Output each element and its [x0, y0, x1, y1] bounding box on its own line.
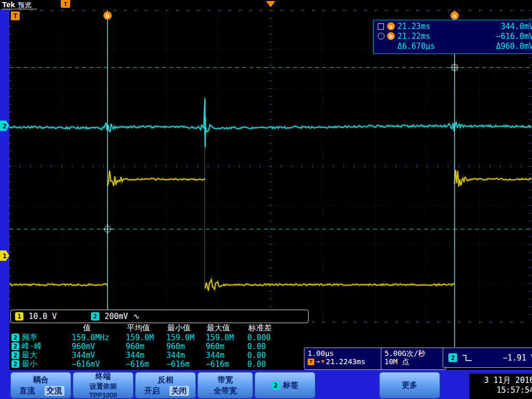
ac-coupling-icon: ∿ — [133, 312, 140, 321]
trigger-position-tab: T — [61, 0, 70, 8]
horizontal-readout-box: 1.00µs T → ▼ 21.2243ms — [304, 348, 385, 370]
meas-header-stddev: 标准差 — [247, 323, 299, 333]
ch2-chip[interactable]: 2 — [91, 312, 99, 321]
meas-ch-chip: 2 — [11, 334, 19, 341]
meas-ch-chip: 2 — [11, 360, 19, 368]
trigger-flag-icon: T — [11, 11, 20, 20]
cursor-readout-box: a 21.23ms 344.0mV b 21.22ms −616.0mV Δ6.… — [373, 20, 532, 54]
menu-button-coupling[interactable]: 耦合 直流 交流 — [10, 372, 71, 398]
menu-button-more[interactable]: 更多 — [379, 372, 440, 398]
ch1-scale: 10.0 V — [29, 312, 57, 321]
invert-title: 反相 — [158, 375, 174, 385]
cursor-b-chip: b — [387, 32, 395, 40]
cursor-b-row: b 21.22ms −616.0mV — [378, 31, 532, 41]
date-label: 3 11月 2016 — [473, 376, 532, 385]
label-title: 标签 — [283, 380, 299, 390]
measurement-row-frequency: 2频率 159.0MHz 159.0M 159.0M 159.0M 0.000 — [10, 332, 299, 341]
bandwidth-value: 全带宽 — [214, 386, 237, 396]
termination-line3: TPP1000 — [89, 391, 117, 399]
label-ch-chip: 2 — [272, 381, 280, 390]
menu-button-invert[interactable]: 反相 开启 关闭 — [135, 372, 196, 398]
cursor-a-badge[interactable]: a — [450, 11, 459, 20]
trigger-source-chip: 2 — [448, 353, 457, 362]
trigger-position-value: 21.2243ms — [326, 357, 365, 366]
trigger-position-icon[interactable] — [266, 1, 275, 7]
channel-scale-readout: 1 10.0 V 2 200mV ∿ — [10, 310, 309, 323]
meas-name: 最小 — [22, 359, 37, 369]
menu-button-label[interactable]: 2 标签 — [255, 372, 315, 398]
cursor-delta-row: Δ6.670µs Δ960.0mV — [378, 41, 532, 51]
meas-header-mean: 平均值 — [126, 323, 166, 333]
cursor-b-value: −616.0mV — [454, 32, 532, 41]
cursor-delta-time: Δ6.670µs — [397, 42, 454, 51]
ch2-waveform — [9, 99, 531, 147]
invert-option-off[interactable]: 关闭 — [169, 386, 189, 396]
cursor-a-row: a 21.23ms 344.0mV — [378, 21, 532, 31]
tek-logo: Tek — [2, 0, 15, 9]
ch1-chip[interactable]: 1 — [15, 312, 23, 321]
brand-mode: Tek 预览 — [2, 0, 37, 9]
measurement-header-row: 值 平均值 最小值 最大值 标准差 — [10, 323, 299, 332]
datetime-box: 3 11月 2016 15:57:54 — [469, 374, 532, 399]
cursor-b-circle-icon — [378, 33, 384, 39]
trigger-t-icon: T — [308, 358, 314, 365]
coupling-option-ac[interactable]: 交流 — [45, 386, 64, 396]
measurement-row-min: 2最小 −616mV −616m −616m −616m 0.00 — [10, 359, 299, 368]
cursor-delta-value: Δ960.0mV — [454, 42, 532, 51]
cursor-b-time: 21.22ms — [397, 32, 454, 41]
invert-option-on[interactable]: 开启 — [142, 386, 162, 396]
graticule — [9, 10, 531, 322]
record-length: 10M 点 — [384, 357, 443, 366]
more-title: 更多 — [402, 380, 418, 390]
measurement-table: 值 平均值 最小值 最大值 标准差 2频率 159.0MHz 159.0M 15… — [10, 323, 299, 370]
trigger-arrow-icon: → — [316, 357, 320, 366]
ch2-scale: 200mV — [104, 312, 128, 321]
meas-ch-chip: 2 — [11, 342, 19, 350]
termination-line1: 终端 — [96, 371, 111, 381]
meas-header-value: 值 — [72, 323, 126, 333]
oscilloscope-screen: Tek 预览 T 2 1 T a b a 21.23ms 344.0mV b 2… — [0, 0, 532, 399]
time-label: 15:57:54 — [473, 385, 532, 395]
cursor-a-value: 344.0mV — [454, 22, 532, 31]
cursor-a-square-icon — [378, 23, 384, 30]
cursor-a-chip: a — [387, 22, 395, 30]
cursor-b-marker-icon[interactable] — [102, 224, 113, 234]
acquisition-mode-label: 预览 — [18, 1, 32, 10]
sample-rate: 5.00G次/秒 — [384, 349, 443, 357]
termination-line2: 设置依据 — [90, 382, 117, 390]
meas-ch-chip: 2 — [11, 351, 19, 359]
menu-button-bandwidth[interactable]: 带宽 全带宽 — [197, 372, 253, 398]
timebase-scale: 1.00µs — [308, 349, 381, 357]
trigger-marker-icon: ▼ — [321, 357, 324, 366]
meas-header-min: 最小值 — [166, 323, 206, 333]
acquisition-readout-box: 5.00G次/秒 10M 点 — [381, 348, 446, 370]
meas-header-max: 最大值 — [206, 323, 247, 333]
coupling-option-dc[interactable]: 直流 — [18, 386, 37, 396]
falling-edge-icon — [461, 353, 473, 363]
trigger-readout-box: 2 −1.91 V — [443, 348, 532, 368]
coupling-title: 耦合 — [33, 375, 49, 385]
measurement-row-pkpk: 2峰-峰 960mV 960m 960m 960m 0.00 — [10, 341, 299, 350]
measurement-row-max: 2最大 344mV 344m 344m 344m 0.00 — [10, 350, 299, 359]
menu-button-termination[interactable]: 终端 设置依据 TPP1000 — [73, 372, 134, 398]
cursor-a-marker-icon[interactable] — [450, 63, 459, 72]
left-frame-bar — [0, 9, 9, 399]
cursor-b-badge[interactable]: b — [103, 11, 112, 20]
trigger-level: −1.91 V — [503, 354, 532, 362]
cursor-a-time: 21.23ms — [397, 22, 454, 31]
bandwidth-title: 带宽 — [218, 375, 233, 385]
